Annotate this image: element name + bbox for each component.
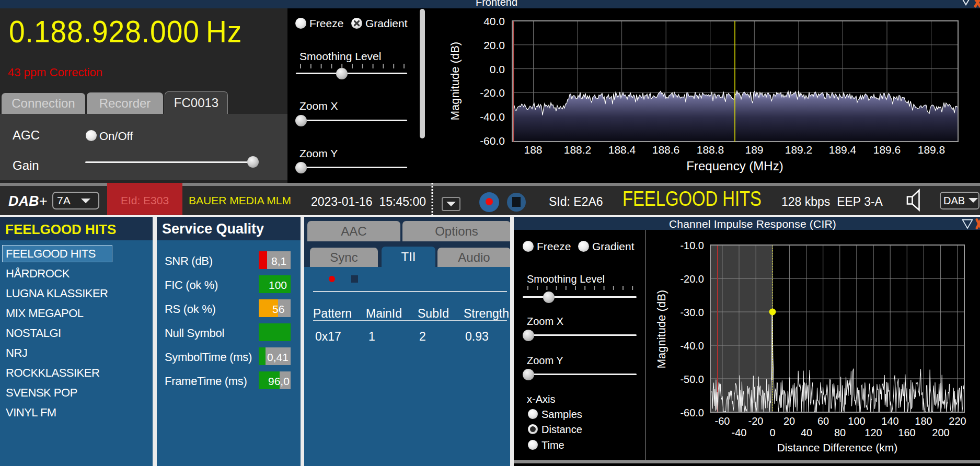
svg-text:-30.0: -30.0 <box>680 307 704 318</box>
svg-text:-40: -40 <box>732 427 747 438</box>
svg-text:40: 40 <box>801 427 812 438</box>
svg-text:-50.0: -50.0 <box>680 374 704 385</box>
svg-text:60: 60 <box>817 415 829 427</box>
svg-text:-60.0: -60.0 <box>680 407 704 418</box>
svg-text:-10.0: -10.0 <box>680 240 704 251</box>
svg-text:20: 20 <box>783 415 795 427</box>
svg-text:140: 140 <box>881 415 898 427</box>
svg-text:-20: -20 <box>748 415 764 427</box>
svg-text:-60: -60 <box>715 415 730 427</box>
svg-text:180: 180 <box>915 415 932 427</box>
svg-text:Distance Difference (km): Distance Difference (km) <box>777 441 898 453</box>
svg-text:-20.0: -20.0 <box>680 273 704 285</box>
svg-text:80: 80 <box>834 427 846 438</box>
svg-text:0: 0 <box>769 427 775 438</box>
svg-text:160: 160 <box>898 427 915 438</box>
svg-text:200: 200 <box>932 427 949 438</box>
svg-text:100: 100 <box>848 415 865 427</box>
svg-text:Magnitude (dB): Magnitude (dB) <box>655 290 668 368</box>
svg-text:120: 120 <box>864 427 882 438</box>
svg-text:220: 220 <box>949 415 966 427</box>
svg-text:-40.0: -40.0 <box>680 340 704 352</box>
